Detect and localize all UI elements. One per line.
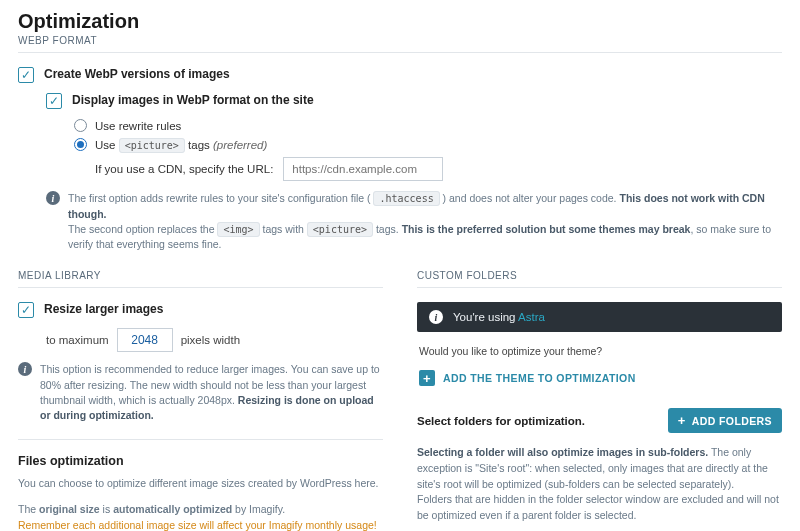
radio-rewrite-label: Use rewrite rules [95,120,181,132]
divider [18,439,383,440]
radio-rewrite[interactable] [74,119,87,132]
radio-picture-row[interactable]: Use <picture> tags (preferred) [74,138,782,151]
display-webp-checkbox[interactable] [46,93,62,109]
radio-picture-label: Use <picture> tags (preferred) [95,139,267,151]
files-opt-title: Files optimization [18,454,383,468]
create-webp-checkbox[interactable] [18,67,34,83]
cdn-label: If you use a CDN, specify the URL: [95,163,273,175]
cdn-row: If you use a CDN, specify the URL: [74,157,782,181]
section-media-label: MEDIA LIBRARY [18,270,383,288]
display-webp-label: Display images in WebP format on the sit… [72,93,314,107]
col-media-library: MEDIA LIBRARY Resize larger images to ma… [18,268,383,531]
add-theme-button[interactable]: + ADD THE THEME TO OPTIMIZATION [419,370,636,386]
theme-name: Astra [518,311,545,323]
info-icon: i [429,310,443,324]
create-webp-label: Create WebP versions of images [44,67,230,81]
cdn-url-input[interactable] [283,157,443,181]
files-warning: Remember each additional image size will… [18,519,377,531]
webp-info: i The first option adds rewrite rules to… [18,191,782,252]
info-icon: i [18,362,32,376]
display-webp-row: Display images in WebP format on the sit… [46,93,782,109]
theme-banner: i You're using Astra [417,302,782,332]
media-info: i This option is recommended to reduce l… [18,362,383,423]
plus-icon: + [419,370,435,386]
files-opt-desc: You can choose to optimize different ima… [18,476,383,492]
radio-picture[interactable] [74,138,87,151]
picture-code-chip: <picture> [119,138,185,153]
max-width-input[interactable] [117,328,173,352]
resize-label: Resize larger images [44,302,163,316]
webp-info-text: The first option adds rewrite rules to y… [68,191,782,252]
resize-row: Resize larger images [18,302,383,318]
page-title: Optimization [18,10,782,33]
resize-checkbox[interactable] [18,302,34,318]
section-webp-label: WEBP FORMAT [18,35,782,53]
files-auto-line: The original size is automatically optim… [18,502,383,531]
col-custom-folders: CUSTOM FOLDERS i You're using Astra Woul… [417,268,782,531]
info-icon: i [46,191,60,205]
section-custom-label: CUSTOM FOLDERS [417,270,782,288]
create-webp-row: Create WebP versions of images [18,67,782,83]
max-width-row: to maximum pixels width [18,328,383,352]
radio-rewrite-row[interactable]: Use rewrite rules [74,119,782,132]
custom-folders-description: Selecting a folder will also optimize im… [417,445,782,524]
optimize-theme-question: Would you like to optimize your theme? [419,344,780,360]
plus-icon: + [678,414,686,427]
add-folders-button[interactable]: + ADD FOLDERS [668,408,782,433]
select-folders-label: Select folders for optimization. [417,415,585,427]
